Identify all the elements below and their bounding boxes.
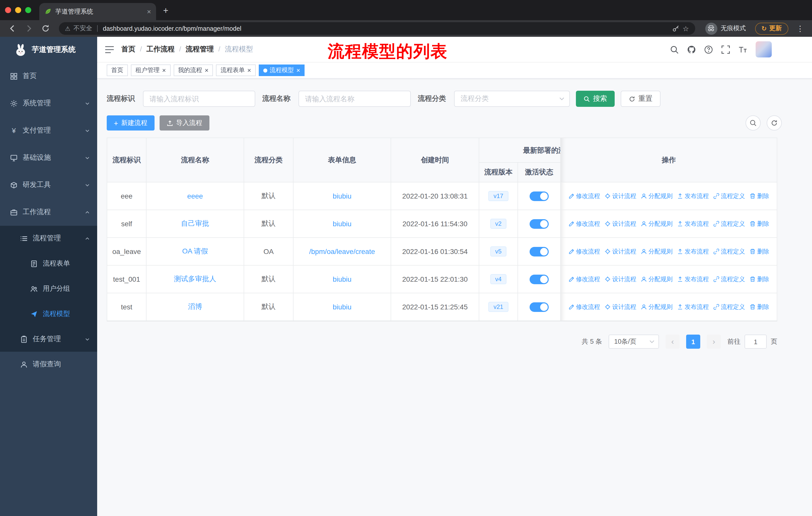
action-publish-link[interactable]: 发布流程 bbox=[677, 247, 709, 256]
process-category-select[interactable]: 流程分类 bbox=[454, 91, 570, 107]
action-design-link[interactable]: 设计流程 bbox=[605, 219, 636, 228]
process-key-input[interactable] bbox=[143, 91, 255, 107]
active-toggle[interactable] bbox=[529, 274, 549, 284]
sidebar-collapse-icon[interactable] bbox=[105, 45, 114, 54]
browser-tab[interactable]: 芋道管理系统 × bbox=[39, 3, 156, 20]
action-assign-rule-link[interactable]: 分配规则 bbox=[641, 303, 672, 311]
action-design-link[interactable]: 设计流程 bbox=[605, 303, 636, 311]
sidebar-item-infra[interactable]: 基础设施 bbox=[0, 144, 97, 171]
form-info-link[interactable]: biubiu bbox=[333, 220, 352, 228]
process-name-link[interactable]: 自己审批 bbox=[181, 219, 209, 228]
action-edit-link[interactable]: 修改流程 bbox=[568, 219, 600, 228]
reset-button[interactable]: 重置 bbox=[621, 91, 661, 107]
tag-close-icon[interactable]: × bbox=[162, 67, 166, 74]
sidebar-item-leave-query[interactable]: 请假查询 bbox=[0, 352, 97, 377]
action-assign-rule-link[interactable]: 分配规则 bbox=[641, 219, 672, 228]
page-number-current[interactable]: 1 bbox=[686, 334, 700, 349]
action-assign-rule-link[interactable]: 分配规则 bbox=[641, 247, 672, 256]
key-icon[interactable] bbox=[672, 25, 679, 32]
action-edit-link[interactable]: 修改流程 bbox=[568, 275, 600, 283]
sidebar-item-devtools[interactable]: 研发工具 bbox=[0, 171, 97, 198]
process-name-link[interactable]: OA 请假 bbox=[182, 247, 208, 256]
action-delete-link[interactable]: 删除 bbox=[750, 219, 769, 228]
page-size-select[interactable]: 10条/页 bbox=[609, 334, 659, 349]
action-delete-link[interactable]: 删除 bbox=[750, 303, 769, 311]
process-name-link[interactable]: eeee bbox=[187, 192, 203, 200]
action-edit-link[interactable]: 修改流程 bbox=[568, 192, 600, 200]
action-delete-link[interactable]: 删除 bbox=[750, 247, 769, 256]
search-icon[interactable] bbox=[670, 45, 678, 54]
action-edit-link[interactable]: 修改流程 bbox=[568, 303, 600, 311]
create-process-button[interactable]: + 新建流程 bbox=[107, 115, 154, 131]
tag-tenant[interactable]: 租户管理 × bbox=[131, 64, 170, 76]
tag-process-form[interactable]: 流程表单 × bbox=[216, 64, 256, 76]
action-design-link[interactable]: 设计流程 bbox=[605, 192, 636, 200]
active-toggle[interactable] bbox=[529, 302, 549, 312]
action-publish-link[interactable]: 发布流程 bbox=[677, 219, 709, 228]
window-zoom-button[interactable] bbox=[25, 7, 31, 13]
sidebar-item-process-management[interactable]: 流程管理 bbox=[0, 226, 97, 251]
user-avatar[interactable] bbox=[756, 41, 772, 57]
action-delete-link[interactable]: 删除 bbox=[750, 275, 769, 283]
goto-page-input[interactable] bbox=[745, 334, 767, 349]
process-name-link[interactable]: 测试多审批人 bbox=[174, 275, 216, 284]
browser-menu-icon[interactable]: ⋮ bbox=[793, 24, 807, 33]
next-page-button[interactable]: › bbox=[707, 334, 721, 349]
bookmark-star-icon[interactable]: ☆ bbox=[683, 24, 689, 32]
tab-close-icon[interactable]: × bbox=[147, 7, 151, 16]
action-delete-link[interactable]: 删除 bbox=[750, 192, 769, 200]
form-info-link[interactable]: /bpm/oa/leave/create bbox=[309, 247, 375, 255]
import-process-button[interactable]: 导入流程 bbox=[160, 115, 209, 131]
action-definition-link[interactable]: 流程定义 bbox=[713, 247, 745, 256]
tag-process-model[interactable]: 流程模型 × bbox=[259, 64, 305, 76]
process-name-link[interactable]: 滔博 bbox=[188, 302, 202, 311]
action-assign-rule-link[interactable]: 分配规则 bbox=[641, 275, 672, 283]
action-design-link[interactable]: 设计流程 bbox=[605, 247, 636, 256]
sidebar-item-task-management[interactable]: 任务管理 bbox=[0, 327, 97, 352]
action-definition-link[interactable]: 流程定义 bbox=[713, 192, 745, 200]
font-size-icon[interactable] bbox=[738, 45, 747, 54]
active-toggle[interactable] bbox=[529, 191, 549, 201]
prev-page-button[interactable]: ‹ bbox=[666, 334, 679, 349]
sidebar-item-user-group[interactable]: 用户分组 bbox=[0, 276, 97, 301]
sidebar-item-home[interactable]: 首页 bbox=[0, 62, 97, 90]
form-info-link[interactable]: biubiu bbox=[333, 275, 352, 283]
reload-icon[interactable] bbox=[41, 24, 50, 33]
new-tab-button[interactable]: + bbox=[163, 5, 168, 16]
breadcrumb-process-management[interactable]: 流程管理 bbox=[175, 45, 214, 54]
back-icon[interactable] bbox=[8, 24, 17, 33]
active-toggle[interactable] bbox=[529, 247, 549, 256]
tag-close-icon[interactable]: × bbox=[296, 67, 300, 74]
github-icon[interactable] bbox=[687, 45, 696, 54]
sidebar-item-system[interactable]: 系统管理 bbox=[0, 90, 97, 117]
action-definition-link[interactable]: 流程定义 bbox=[713, 219, 745, 228]
address-bar[interactable]: ⚠ 不安全 dashboard.yudao.iocoder.cn/bpm/man… bbox=[59, 22, 695, 35]
window-minimize-button[interactable] bbox=[15, 7, 21, 13]
action-edit-link[interactable]: 修改流程 bbox=[568, 247, 600, 256]
search-button[interactable]: 搜索 bbox=[576, 91, 615, 107]
action-publish-link[interactable]: 发布流程 bbox=[677, 303, 709, 311]
tag-close-icon[interactable]: × bbox=[205, 67, 208, 74]
tag-home[interactable]: 首页 bbox=[107, 64, 128, 76]
action-publish-link[interactable]: 发布流程 bbox=[677, 275, 709, 283]
active-toggle[interactable] bbox=[529, 219, 549, 228]
action-design-link[interactable]: 设计流程 bbox=[605, 275, 636, 283]
breadcrumb-workflow[interactable]: 工作流程 bbox=[136, 45, 175, 54]
sidebar-item-workflow[interactable]: 工作流程 bbox=[0, 198, 97, 226]
action-definition-link[interactable]: 流程定义 bbox=[713, 303, 745, 311]
sidebar-item-process-model[interactable]: 流程模型 bbox=[0, 301, 97, 327]
toggle-search-button[interactable] bbox=[746, 115, 761, 131]
sidebar-item-payment[interactable]: ¥ 支付管理 bbox=[0, 117, 97, 144]
breadcrumb-home[interactable]: 首页 bbox=[121, 45, 136, 54]
form-info-link[interactable]: biubiu bbox=[333, 192, 352, 200]
action-assign-rule-link[interactable]: 分配规则 bbox=[641, 192, 672, 200]
help-icon[interactable] bbox=[704, 45, 713, 54]
update-button[interactable]: ↻ 更新 bbox=[755, 22, 788, 34]
tag-my-process[interactable]: 我的流程 × bbox=[173, 64, 213, 76]
action-definition-link[interactable]: 流程定义 bbox=[713, 275, 745, 283]
forward-icon[interactable] bbox=[25, 24, 33, 33]
action-publish-link[interactable]: 发布流程 bbox=[677, 192, 709, 200]
form-info-link[interactable]: biubiu bbox=[333, 303, 352, 311]
process-name-input[interactable] bbox=[298, 91, 411, 107]
window-close-button[interactable] bbox=[5, 7, 11, 13]
